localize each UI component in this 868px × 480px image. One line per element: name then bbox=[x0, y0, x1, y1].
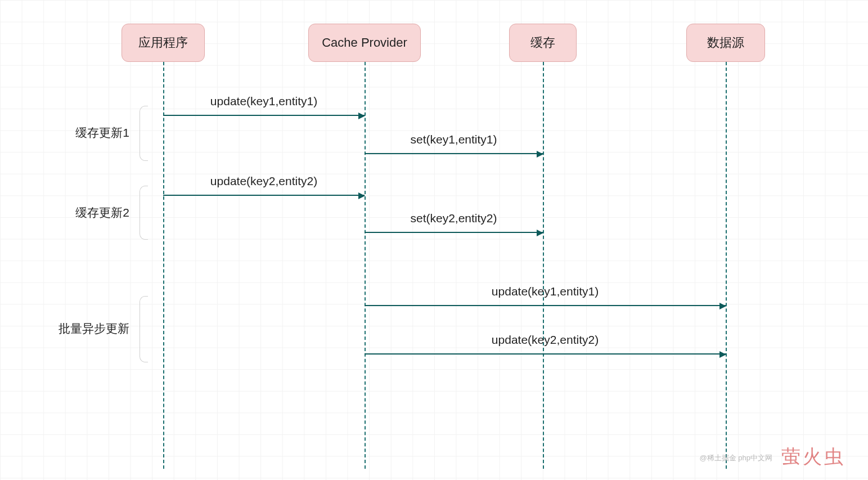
message-label-3: set(key2,entity2) bbox=[410, 212, 497, 225]
lifeline-p3 bbox=[543, 62, 544, 469]
message-label-4: update(key1,entity1) bbox=[492, 285, 599, 298]
message-arrow-4 bbox=[365, 305, 726, 306]
participant-p1: 应用程序 bbox=[122, 24, 205, 62]
lifeline-p2 bbox=[365, 62, 366, 469]
message-label-5: update(key2,entity2) bbox=[492, 333, 599, 347]
message-arrow-5 bbox=[365, 353, 726, 355]
group-brace-1 bbox=[140, 186, 148, 240]
lifeline-p1 bbox=[163, 62, 164, 469]
group-label-1: 缓存更新2 bbox=[75, 205, 129, 221]
group-label-0: 缓存更新1 bbox=[75, 125, 129, 141]
sequence-diagram: 应用程序Cache Provider缓存数据源update(key1,entit… bbox=[0, 0, 868, 480]
message-arrow-3 bbox=[365, 232, 543, 233]
message-label-0: update(key1,entity1) bbox=[210, 95, 317, 108]
message-arrow-2 bbox=[163, 195, 365, 196]
participant-p3: 缓存 bbox=[509, 24, 577, 62]
lifeline-p4 bbox=[726, 62, 727, 469]
message-label-1: set(key1,entity1) bbox=[410, 133, 497, 146]
message-arrow-1 bbox=[365, 153, 543, 154]
group-brace-2 bbox=[140, 296, 148, 362]
participant-p4: 数据源 bbox=[686, 24, 765, 62]
message-arrow-0 bbox=[163, 115, 365, 116]
message-label-2: update(key2,entity2) bbox=[210, 174, 317, 188]
participant-p2: Cache Provider bbox=[308, 24, 421, 62]
group-brace-0 bbox=[140, 106, 148, 161]
group-label-2: 批量异步更新 bbox=[59, 321, 129, 337]
